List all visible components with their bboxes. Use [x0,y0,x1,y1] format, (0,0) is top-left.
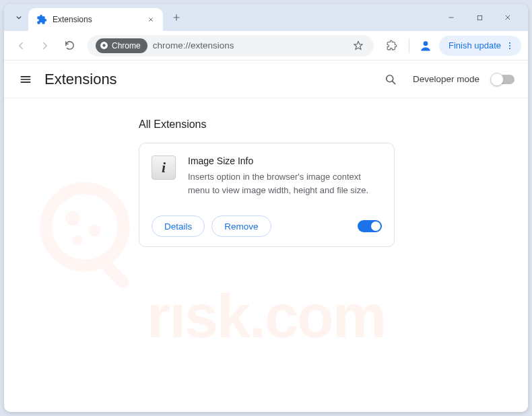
titlebar: Extensions [4,4,528,31]
svg-point-7 [387,75,393,81]
reload-button[interactable] [59,36,79,56]
svg-point-12 [73,236,82,245]
svg-point-10 [65,211,80,226]
svg-point-3 [424,41,428,46]
extension-card: i Image Size Info Inserts option in the … [139,143,395,247]
window-controls [443,9,523,26]
minimize-button[interactable] [443,9,459,26]
hamburger-icon [19,73,32,86]
reload-icon [64,40,75,51]
close-window-button[interactable] [500,9,516,26]
remove-button[interactable]: Remove [211,215,271,237]
extension-enable-toggle[interactable] [358,220,382,232]
chevron-down-icon [14,13,24,22]
toolbar-divider [409,38,409,53]
svg-point-8 [46,188,123,265]
svg-point-6 [509,48,510,49]
chrome-chip-label: Chrome [112,41,141,50]
svg-point-5 [509,44,510,46]
tab-search-dropdown[interactable] [9,8,28,27]
new-tab-button[interactable] [167,8,186,27]
close-icon [504,13,512,22]
extension-icon: i [152,155,176,180]
arrow-left-icon [15,40,27,52]
star-icon [352,40,364,52]
extension-description: Inserts option in the browser's image co… [188,170,382,197]
chrome-logo-icon [100,41,108,50]
watermark-icon [24,172,145,293]
puzzle-icon [386,40,397,51]
details-button[interactable]: Details [152,215,205,237]
maximize-button[interactable] [471,9,488,26]
svg-point-4 [509,42,510,43]
page-header: Extensions Developer mode [4,61,528,98]
search-extensions-button[interactable] [380,69,401,90]
svg-rect-0 [477,15,481,20]
maximize-icon [476,14,484,22]
developer-mode-label: Developer mode [413,74,479,84]
svg-point-2 [102,44,105,46]
svg-rect-9 [99,258,131,290]
tab-title: Extensions [53,15,140,24]
browser-toolbar: Chrome chrome://extensions Finish update [4,31,528,61]
bookmark-button[interactable] [351,38,366,53]
extensions-button[interactable] [382,36,402,56]
forward-button[interactable] [35,36,55,56]
back-button[interactable] [11,36,31,56]
svg-point-11 [88,224,100,236]
page-title: Extensions [44,71,117,88]
plus-icon [172,13,181,22]
profile-button[interactable] [416,36,435,55]
section-title: All Extensions [139,118,528,131]
person-icon [419,39,432,53]
arrow-right-icon [39,40,51,52]
url-text: chrome://extensions [153,40,345,50]
minimize-icon [447,13,455,22]
close-icon [147,16,154,23]
chrome-chip: Chrome [96,38,147,53]
tab-close-button[interactable] [145,14,156,25]
menu-dots-icon [505,41,514,50]
main-menu-button[interactable] [18,71,34,88]
browser-tab[interactable]: Extensions [28,8,163,31]
developer-mode-toggle[interactable] [492,75,514,84]
browser-window: Extensions [4,4,528,412]
extension-name: Image Size Info [188,155,382,166]
page-content: rısk.com All Extensions i Image Size Inf… [4,98,528,412]
finish-update-button[interactable]: Finish update [439,36,521,56]
address-bar[interactable]: Chrome chrome://extensions [88,35,374,57]
watermark-text: rısk.com [4,282,528,351]
finish-update-label: Finish update [448,40,501,50]
search-icon [384,73,397,86]
extension-puzzle-icon [36,14,47,25]
